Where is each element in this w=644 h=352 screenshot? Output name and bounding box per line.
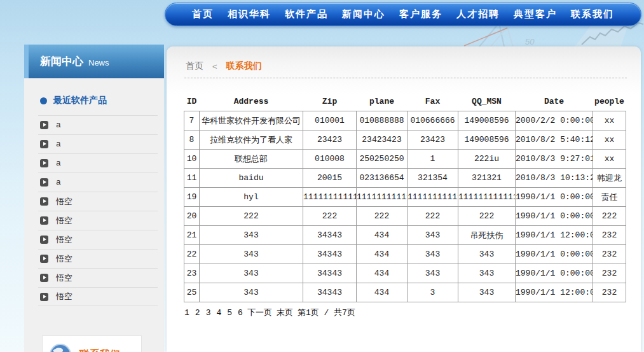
column-header: Address <box>200 95 303 111</box>
nav-item[interactable]: 新闻中心 <box>342 8 385 20</box>
column-header: Fax <box>408 95 458 111</box>
column-header: ID <box>184 95 200 111</box>
nav-item[interactable]: 人才招聘 <box>456 8 500 20</box>
table-cell: 11111111111 <box>408 188 458 207</box>
table-cell: 343 <box>408 264 458 283</box>
table-cell: 232 <box>593 245 626 264</box>
sidebar-news-item[interactable]: 悟空 <box>38 230 158 249</box>
nav-item[interactable]: 首页 <box>192 8 214 20</box>
table-cell: 19 <box>184 188 200 207</box>
sidebar-news-item[interactable]: a <box>38 172 158 192</box>
table-cell: 23 <box>184 264 200 283</box>
table-cell: 34343 <box>303 245 357 264</box>
sidebar-item-label: 悟空 <box>56 272 72 284</box>
arrow-icon <box>40 216 48 225</box>
page-number-link[interactable]: 6 <box>238 308 243 318</box>
pagination: 123456 下一页 末页 第1页 / 共7页 <box>184 307 641 318</box>
main-content-panel: 首页 < 联系我们 IDAddressZipplaneFaxQQ_MSNDate… <box>167 46 641 352</box>
column-header: Zip <box>303 95 357 111</box>
arrow-icon <box>40 274 48 282</box>
arrow-icon <box>40 140 48 148</box>
table-cell: 222 <box>303 207 357 226</box>
sidebar-news-item[interactable]: 悟空 <box>38 287 158 306</box>
pagination-last-link[interactable]: 末页 <box>277 307 293 318</box>
table-row: 23343343434343433431990/1/1 0:00:00232 <box>184 264 626 283</box>
sidebar-news-item[interactable]: 悟空 <box>38 211 158 230</box>
table-cell: 韩迎龙 <box>593 169 626 188</box>
table-cell: 222 <box>408 207 458 226</box>
table-cell: 拉维克软件为了看人家 <box>200 130 303 150</box>
arrow-icon <box>40 236 48 244</box>
table-cell: baidu <box>200 169 303 188</box>
table-row: 253433434343433431990/1/1 12:00:00232 <box>184 283 626 302</box>
breadcrumb-current-link[interactable]: 联系我们 <box>226 60 262 72</box>
table-cell: 343 <box>408 226 458 245</box>
table-cell: 2010/8/2 5:40:12 <box>516 130 593 150</box>
sidebar-contact-link[interactable]: 联系我们 <box>42 335 142 352</box>
table-cell: 2010/8/3 9:27:01 <box>516 150 593 169</box>
table-cell: 11111111111 <box>357 188 408 207</box>
table-row: 202222222222222221990/1/1 0:00:00222 <box>184 207 626 226</box>
table-cell: 434 <box>357 226 408 245</box>
column-header: Date <box>516 95 593 111</box>
sidebar: 新闻中心 News 最近软件产品 aaaa悟空悟空悟空悟空悟空悟空 联系我们 <box>24 45 164 352</box>
table-cell: 232 <box>593 264 626 283</box>
nav-item[interactable]: 联系我们 <box>571 8 614 20</box>
sidebar-news-item[interactable]: 悟空 <box>38 249 158 268</box>
table-cell: 149008596 <box>458 130 516 150</box>
table-cell: 343 <box>200 264 303 283</box>
sidebar-item-label: 悟空 <box>56 253 72 265</box>
breadcrumb-home-link[interactable]: 首页 <box>186 60 203 72</box>
page-number-link[interactable]: 2 <box>195 308 200 318</box>
table-cell: 8 <box>184 130 200 150</box>
sidebar-news-item[interactable]: 悟空 <box>38 192 158 211</box>
table-cell: 434 <box>357 264 408 283</box>
page-number-link[interactable]: 3 <box>206 308 211 318</box>
table-cell: 343 <box>200 283 303 302</box>
table-cell: 232 <box>593 226 626 245</box>
page-number-link[interactable]: 4 <box>216 308 221 318</box>
table-cell: 434 <box>357 245 408 264</box>
pagination-next-link[interactable]: 下一页 <box>247 307 272 318</box>
sidebar-news-item[interactable]: a <box>38 134 158 153</box>
table-header-row: IDAddressZipplaneFaxQQ_MSNDatepeople <box>184 95 626 111</box>
table-cell: 010666666 <box>408 111 458 130</box>
sidebar-news-item[interactable]: 悟空 <box>38 268 158 287</box>
table-cell: 11 <box>184 169 200 188</box>
table-row: 19hyl11111111111111111111111111111111111… <box>184 188 626 207</box>
table-cell: 20 <box>184 207 200 226</box>
breadcrumb-separator-icon: < <box>212 62 217 71</box>
table-cell: hyl <box>200 188 303 207</box>
table-cell: 222 <box>357 207 408 226</box>
page-number-link[interactable]: 1 <box>184 308 189 318</box>
nav-item[interactable]: 软件产品 <box>285 8 328 20</box>
table-cell: 343 <box>458 264 516 283</box>
table-cell: 321354 <box>408 169 458 188</box>
contacts-table: IDAddressZipplaneFaxQQ_MSNDatepeople 7华科… <box>184 95 626 302</box>
sidebar-title: 新闻中心 <box>40 54 83 69</box>
pagination-status: 第1页 / 共7页 <box>298 307 355 318</box>
sidebar-section-label: 最近软件产品 <box>53 95 107 106</box>
table-cell: 23423 <box>408 130 458 150</box>
table-cell: 111111111111 <box>458 188 516 207</box>
sidebar-section-link[interactable]: 最近软件产品 <box>24 78 164 115</box>
sidebar-item-label: 悟空 <box>56 215 72 227</box>
table-cell: 34343 <box>303 283 357 302</box>
breadcrumb-divider <box>184 78 627 78</box>
table-cell: 华科世家软件开发有限公司 <box>200 111 303 130</box>
nav-item[interactable]: 客户服务 <box>399 8 442 20</box>
nav-item[interactable]: 相识华科 <box>228 8 271 20</box>
deco-gauge-label: 50 <box>525 37 535 46</box>
page-number-link[interactable]: 5 <box>227 308 232 318</box>
table-cell: 343 <box>458 245 516 264</box>
table-cell: 1 <box>408 150 458 169</box>
table-cell: 21 <box>184 226 200 245</box>
table-cell: 434 <box>357 283 408 302</box>
nav-item[interactable]: 典型客户 <box>514 8 557 20</box>
sidebar-header: 新闻中心 News <box>24 45 164 78</box>
table-row: 10联想总部0100082502502501222iu2010/8/3 9:27… <box>184 150 626 169</box>
sidebar-news-item[interactable]: a <box>38 115 158 134</box>
column-header: plane <box>357 95 408 111</box>
sidebar-news-item[interactable]: a <box>38 153 158 172</box>
column-header: people <box>593 95 626 111</box>
